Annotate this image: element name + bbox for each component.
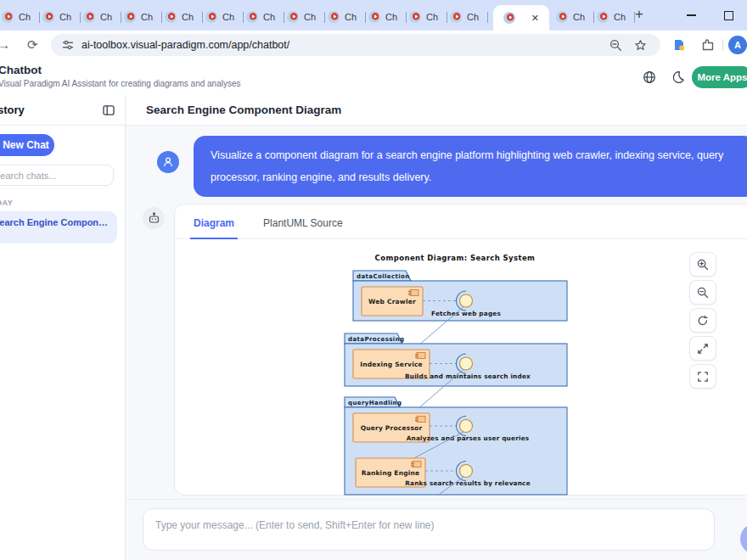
chat-area: Visualize a component diagram for a sear… bbox=[126, 126, 747, 468]
site-info-icon[interactable] bbox=[62, 39, 74, 51]
zoom-out-button[interactable] bbox=[689, 280, 716, 305]
response-card: Diagram PlantUML Source Component Diagra… bbox=[174, 204, 747, 496]
tab-close-icon[interactable]: ✕ bbox=[531, 14, 539, 23]
browser-tab[interactable]: Ch bbox=[205, 8, 244, 26]
package-name: dataProcessing bbox=[348, 336, 404, 343]
language-globe-icon[interactable] bbox=[643, 70, 656, 84]
send-button[interactable] bbox=[740, 524, 747, 554]
browser-tab[interactable]: Ch bbox=[409, 8, 447, 26]
component-diagram: Component Diagram: Search System dataCol… bbox=[340, 250, 570, 496]
component-name: Web Crawler bbox=[368, 298, 416, 305]
collapse-panel-icon[interactable] bbox=[102, 104, 115, 117]
zoom-in-button[interactable] bbox=[689, 252, 716, 277]
profile-avatar[interactable]: A bbox=[728, 36, 747, 54]
browser-tab[interactable]: Ch bbox=[165, 8, 203, 26]
toolbar-separator bbox=[722, 39, 723, 51]
browser-tab[interactable]: Ch bbox=[2, 8, 40, 26]
extensions-puzzle-icon[interactable] bbox=[701, 38, 715, 52]
tab-favicon bbox=[2, 11, 14, 23]
tab-title: Ch bbox=[182, 12, 194, 22]
new-tab-button[interactable]: + bbox=[635, 6, 643, 23]
tab-separator bbox=[80, 12, 81, 23]
tab-separator bbox=[202, 12, 203, 23]
tab-title: Ch bbox=[573, 12, 585, 22]
component-name: Indexing Service bbox=[360, 361, 423, 368]
app-header: Chatbot Visual Paradigm AI Assistant for… bbox=[0, 59, 747, 96]
browser-tab[interactable]: Ch bbox=[450, 8, 488, 26]
app-subtitle: Visual Paradigm AI Assistant for creatin… bbox=[0, 79, 241, 88]
user-message-bubble: Visualize a component diagram for a sear… bbox=[194, 136, 747, 197]
tab-separator bbox=[284, 12, 284, 23]
tab-separator bbox=[243, 12, 244, 23]
tab-favicon bbox=[328, 11, 340, 23]
dark-mode-moon-icon[interactable] bbox=[671, 70, 685, 84]
search-chats-input[interactable] bbox=[0, 165, 114, 186]
tab-favicon bbox=[205, 11, 217, 23]
tab-separator bbox=[324, 12, 325, 23]
browser-tab[interactable]: Ch bbox=[83, 8, 121, 26]
forward-icon[interactable]: → bbox=[0, 37, 10, 52]
new-chat-label: New Chat bbox=[3, 139, 49, 151]
chat-item-title: Search Engine Component Diagram bbox=[0, 217, 109, 227]
package-name: dataCollection bbox=[357, 273, 410, 280]
tab-favicon bbox=[83, 11, 95, 23]
tab-separator bbox=[121, 12, 121, 23]
address-bar[interactable]: ai-toolbox.visual-paradigm.com/app/chatb… bbox=[51, 34, 660, 56]
address-bar-actions bbox=[609, 39, 647, 52]
zoom-out-icon bbox=[697, 287, 709, 299]
tab-favicon bbox=[287, 11, 299, 23]
maximize-icon bbox=[724, 11, 733, 20]
main-panel: Search Engine Component Diagram Visualiz… bbox=[126, 95, 747, 560]
reset-rotate-icon bbox=[697, 315, 709, 327]
browser-tab[interactable]: Ch bbox=[42, 8, 81, 26]
bookmark-star-icon[interactable] bbox=[634, 39, 647, 52]
robot-icon bbox=[148, 212, 160, 225]
conversation-title: Search Engine Component Diagram bbox=[146, 104, 341, 116]
tab-plantuml-source[interactable]: PlantUML Source bbox=[260, 217, 346, 238]
reset-view-button[interactable] bbox=[689, 308, 716, 333]
url-text: ai-toolbox.visual-paradigm.com/app/chatb… bbox=[81, 39, 289, 51]
tab-title: Ch bbox=[614, 12, 626, 22]
browser-tab[interactable]: Ch bbox=[328, 8, 366, 26]
browser-tab[interactable]: Ch bbox=[597, 8, 635, 26]
interface-label: Builds and maintains search index bbox=[404, 372, 530, 380]
minimize-button[interactable] bbox=[672, 0, 710, 31]
sidebar-title: History bbox=[0, 104, 25, 116]
expand-arrows-icon bbox=[697, 343, 709, 355]
tab-favicon bbox=[246, 11, 258, 23]
chat-history-item[interactable]: Search Engine Component Diagram PM bbox=[0, 211, 117, 244]
new-chat-button[interactable]: + New Chat bbox=[0, 134, 54, 156]
tab-title: Ch bbox=[222, 12, 234, 22]
tab-diagram[interactable]: Diagram bbox=[190, 217, 238, 238]
page-zoom-icon[interactable] bbox=[609, 39, 622, 52]
tab-title: Ch bbox=[385, 12, 397, 22]
user-icon bbox=[162, 156, 174, 168]
component-name: Ranking Engine bbox=[361, 469, 419, 477]
tab-title: Ch bbox=[141, 12, 153, 22]
browser-tab-strip: ChChChChChChChChChChChCh✕ChCh + bbox=[0, 0, 747, 31]
browser-tab[interactable]: Ch bbox=[246, 8, 284, 26]
browser-tab-active[interactable]: ✕ bbox=[493, 5, 549, 31]
tab-title: Ch bbox=[426, 12, 438, 22]
more-apps-button[interactable]: More Apps bbox=[692, 66, 747, 88]
package-name: queryHandling bbox=[348, 400, 402, 406]
chat-item-time: PM bbox=[0, 230, 109, 238]
maximize-button[interactable] bbox=[710, 0, 747, 31]
tab-title: Ch bbox=[467, 12, 479, 22]
message-input[interactable] bbox=[143, 508, 715, 551]
browser-tab[interactable]: Ch bbox=[556, 8, 594, 26]
fullscreen-button[interactable] bbox=[689, 364, 716, 389]
reload-icon[interactable]: ⟳ bbox=[27, 37, 38, 53]
browser-window: ChChChChChChChChChChChCh✕ChCh + → ⟳ ai-t… bbox=[0, 0, 747, 560]
tab-favicon bbox=[165, 11, 177, 23]
tab-separator bbox=[487, 12, 488, 23]
tab-separator bbox=[161, 12, 162, 23]
diagram-canvas[interactable]: Component Diagram: Search System dataCol… bbox=[175, 239, 747, 496]
extension-icon[interactable] bbox=[672, 38, 686, 52]
browser-tab[interactable]: Ch bbox=[124, 8, 162, 26]
expand-button[interactable] bbox=[689, 336, 716, 361]
component-web-crawler: Web Crawler bbox=[362, 287, 423, 316]
browser-tab[interactable]: Ch bbox=[287, 8, 325, 26]
browser-tab[interactable]: Ch bbox=[368, 8, 407, 26]
diagram-title: Component Diagram: Search System bbox=[374, 254, 535, 262]
